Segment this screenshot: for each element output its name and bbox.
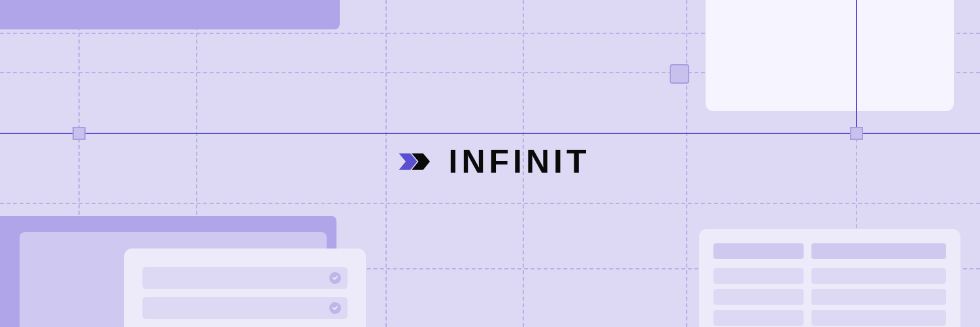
- check-circle-icon: [329, 272, 341, 284]
- decor-table-card: [699, 229, 960, 327]
- grid-line-v: [686, 0, 687, 327]
- grid-line-h: [0, 203, 980, 204]
- infinity-icon: [390, 145, 436, 178]
- decor-window: [706, 0, 954, 111]
- table-row: [713, 268, 946, 284]
- decor-checklist-card: [124, 249, 366, 327]
- selection-handle: [73, 127, 86, 140]
- selection-handle: [670, 64, 689, 84]
- checklist-row: [142, 297, 348, 319]
- decor-block: [0, 0, 340, 29]
- selection-handle: [850, 127, 863, 140]
- table-row: [713, 289, 946, 305]
- brand-name: INFINIT: [449, 143, 591, 181]
- guide-line-h: [0, 133, 980, 134]
- brand-logo: INFINIT: [390, 143, 591, 181]
- table-row: [713, 310, 946, 326]
- grid-line-v: [385, 0, 387, 327]
- table-header: [713, 243, 946, 259]
- check-circle-icon: [329, 302, 341, 314]
- guide-line-v: [856, 0, 857, 135]
- checklist-row: [142, 267, 348, 289]
